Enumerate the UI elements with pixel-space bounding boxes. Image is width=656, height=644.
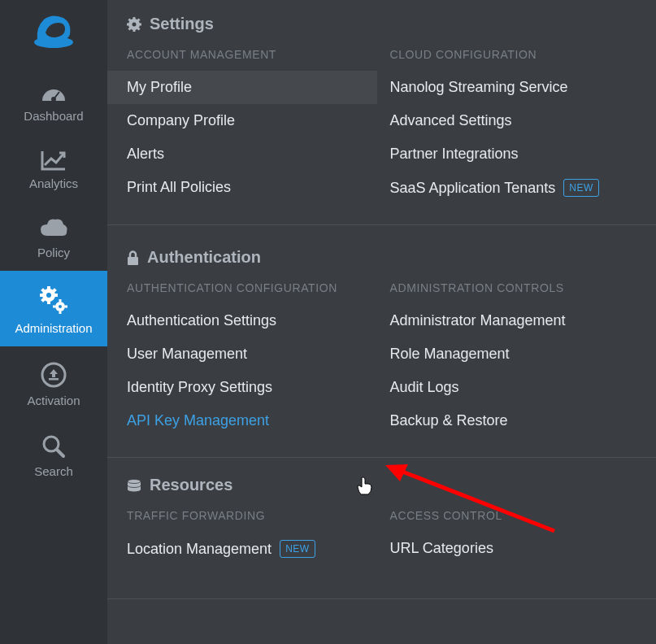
auth-right-col: ADMINISTRATION CONTROLS Administrator Ma… [390,281,637,437]
section-title: Authentication [147,248,261,267]
nav-search[interactable]: Search [0,419,107,490]
svg-rect-15 [53,306,55,308]
menu-alerts[interactable]: Alerts [127,137,374,171]
menu-identity-proxy[interactable]: Identity Proxy Settings [127,371,374,404]
svg-rect-19 [49,378,59,381]
badge-new: NEW [563,179,599,197]
gears-icon [37,285,70,316]
subheader-access-control: ACCESS CONTROL [390,509,637,522]
nav-administration[interactable]: Administration [0,271,107,346]
menu-audit-logs[interactable]: Audit Logs [390,371,637,404]
menu-company-profile[interactable]: Company Profile [127,104,374,137]
subheader-auth-config: AUTHENTICATION CONFIGURATION [127,281,374,294]
section-header-resources: Resources [127,476,636,494]
menu-backup-restore[interactable]: Backup & Restore [390,404,637,437]
nav-label: Search [34,464,73,478]
svg-rect-6 [40,294,43,297]
nav-label: Activation [27,394,80,407]
svg-line-21 [57,450,63,456]
nav-label: Policy [37,246,70,259]
sidebar: Dashboard Analytics Policy [0,0,107,644]
search-icon [41,433,67,459]
svg-point-11 [46,293,51,298]
nav-label: Dashboard [24,109,83,123]
auth-left-col: AUTHENTICATION CONFIGURATION Authenticat… [127,281,374,437]
svg-rect-13 [59,299,62,302]
section-settings: Settings ACCOUNT MANAGEMENT My Profile C… [107,15,656,225]
menu-my-profile[interactable]: My Profile [107,71,377,104]
nav-label: Administration [15,321,92,335]
section-header-authentication: Authentication [127,248,636,267]
main-panel: Settings ACCOUNT MANAGEMENT My Profile C… [107,0,656,644]
svg-rect-14 [59,311,62,314]
menu-advanced-settings[interactable]: Advanced Settings [390,104,637,137]
menu-url-categories[interactable]: URL Categories [390,532,637,565]
svg-rect-7 [54,294,58,297]
svg-point-17 [59,305,62,308]
section-title: Settings [150,15,214,33]
resources-right-col: ACCESS CONTROL URL Categories [390,509,637,566]
lock-icon [127,250,139,265]
cloud-icon [37,216,70,241]
database-icon [127,479,141,492]
svg-rect-4 [47,286,50,289]
svg-point-31 [133,22,137,26]
menu-print-all-policies[interactable]: Print All Policies [127,171,374,204]
menu-user-management[interactable]: User Management [127,337,374,371]
settings-right-col: CLOUD CONFIGURATION Nanolog Streaming Se… [390,48,637,205]
svg-rect-26 [139,23,141,25]
svg-rect-5 [47,301,50,304]
menu-nanolog-streaming[interactable]: Nanolog Streaming Service [390,71,637,104]
subheader-cloud-configuration: CLOUD CONFIGURATION [390,48,637,61]
menu-auth-settings[interactable]: Authentication Settings [127,304,374,337]
svg-rect-32 [128,257,138,265]
nav-analytics[interactable]: Analytics [0,134,107,202]
section-authentication: Authentication AUTHENTICATION CONFIGURAT… [107,225,656,458]
gear-icon [127,17,141,32]
logo [0,0,107,65]
menu-role-management[interactable]: Role Management [390,337,637,371]
chart-line-icon [40,149,67,172]
svg-rect-25 [127,23,129,25]
section-resources: Resources TRAFFIC FORWARDING Location Ma… [107,458,656,599]
upload-circle-icon [40,361,67,389]
menu-saas-tenants[interactable]: SaaS Application Tenants NEW [390,171,637,205]
subheader-admin-controls: ADMINISTRATION CONTROLS [390,281,637,294]
menu-location-management[interactable]: Location Management NEW [127,532,374,566]
nav-label: Analytics [29,176,78,190]
nav-activation[interactable]: Activation [0,346,107,419]
nav-dashboard[interactable]: Dashboard [0,65,107,134]
zscaler-logo-icon [31,11,76,49]
badge-new: NEW [280,540,315,558]
svg-rect-16 [65,306,67,308]
gauge-icon [39,80,68,104]
section-header-settings: Settings [127,15,636,33]
menu-api-key-management[interactable]: API Key Management [127,404,374,437]
subheader-traffic-forwarding: TRAFFIC FORWARDING [127,509,374,522]
svg-rect-23 [133,17,136,20]
nav-policy[interactable]: Policy [0,202,107,271]
nav-items: Dashboard Analytics Policy [0,65,107,490]
section-title: Resources [150,476,232,494]
menu-admin-management[interactable]: Administrator Management [390,304,637,337]
resources-left-col: TRAFFIC FORWARDING Location Management N… [127,509,374,566]
svg-rect-24 [133,29,136,32]
menu-partner-integrations[interactable]: Partner Integrations [390,137,637,171]
subheader-account-management: ACCOUNT MANAGEMENT [127,48,374,61]
settings-left-col: ACCOUNT MANAGEMENT My Profile Company Pr… [127,48,374,205]
